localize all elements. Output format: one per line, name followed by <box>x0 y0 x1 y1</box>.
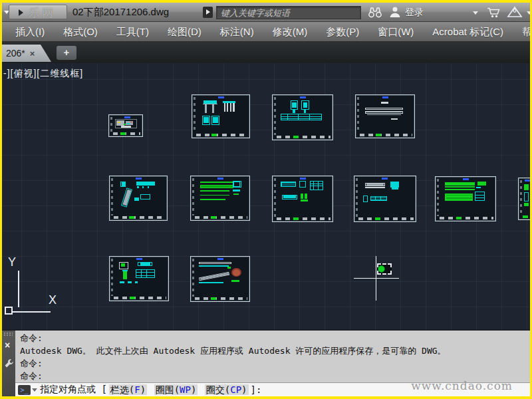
menu-item-3[interactable]: 绘图(D) <box>158 22 211 42</box>
site-watermark: www.cndao.com <box>411 379 513 392</box>
sheet-tgreen <box>523 215 528 218</box>
signin-dropdown-icon[interactable] <box>473 11 478 15</box>
prompt-options: 栏选(F) 圈围(WP) 圈交(CP) <box>107 384 251 396</box>
sheet-tgreen <box>211 297 216 300</box>
sheet-bind-strip <box>520 180 522 215</box>
menu-item-1[interactable]: 格式(O) <box>54 22 107 42</box>
drawing-sheet-detail-a[interactable] <box>272 176 333 222</box>
file-tab-label: 206* <box>6 48 25 59</box>
sheet-tstrip <box>196 134 247 136</box>
sheet-tgreen <box>456 217 462 219</box>
drag-grip-icon[interactable] <box>4 332 13 336</box>
command-history-line-0: 命令: <box>20 332 530 344</box>
sheet-bind-strip <box>274 97 276 135</box>
menu-item-0[interactable]: 插入(I) <box>6 22 54 42</box>
command-history-line-1: Autodesk DWG。 此文件上次由 Autodesk 应用程序或 Auto… <box>20 344 530 357</box>
file-tab-active[interactable]: 206* × <box>2 45 51 62</box>
new-tab-button[interactable]: + <box>57 46 76 60</box>
sheet-bind-strip <box>111 259 113 296</box>
menu-item-8[interactable]: Acrobat 标记(C) <box>423 22 513 42</box>
ucs-origin-box <box>5 307 13 315</box>
sheet-tstrip <box>114 297 166 299</box>
menu-bar: 插入(I)格式(O)工具(T)绘图(D)标注(N)修改(M)参数(P)窗口(W)… <box>2 22 530 42</box>
drawing-sheet-green-tables[interactable] <box>435 176 496 221</box>
sheet-bind-strip <box>111 178 113 215</box>
a360-dropdown-icon[interactable] <box>527 11 532 15</box>
sheet-linework <box>523 181 529 214</box>
sheet-tstrip <box>277 136 331 138</box>
sheet-linework <box>358 179 414 216</box>
autocad-window: 乐网 02下部20171206.dwg 登录 插入(I)格式(O)工具(T)绘图… <box>0 0 532 399</box>
prompt-option-F[interactable]: 栏选(F) <box>109 384 147 395</box>
sheet-tstrip <box>195 297 247 300</box>
title-bar: 乐网 02下部20171206.dwg 登录 <box>2 3 530 22</box>
sheet-tgreen <box>375 217 380 220</box>
autodesk-360-icon[interactable] <box>506 5 523 19</box>
ucs-y-label: Y <box>8 255 16 269</box>
sheet-tgreen <box>293 217 299 220</box>
sheet-tgreen <box>376 134 381 136</box>
drawing-sheet-pier-elevation[interactable] <box>192 94 250 138</box>
drawing-sheet-partial-right[interactable] <box>518 178 530 220</box>
sheet-linework <box>114 259 166 295</box>
tab-close-icon[interactable]: × <box>30 49 35 58</box>
play-icon <box>19 9 23 16</box>
sheet-tgreen <box>293 136 299 138</box>
sheet-tstrip <box>114 216 165 219</box>
sheet-tstrip <box>113 132 140 135</box>
recent-commands-dropdown-icon[interactable] <box>32 388 37 392</box>
prompt-suffix: ]: <box>251 384 262 395</box>
titlebar-watermark: 乐网 <box>29 5 55 21</box>
help-search-input[interactable] <box>216 6 361 19</box>
sign-in-label[interactable]: 登录 <box>405 7 424 19</box>
ucs-x-label: X <box>49 293 57 307</box>
sheet-bind-strip <box>437 179 439 216</box>
prompt-option-CP[interactable]: 圈交(CP) <box>205 384 249 395</box>
sheet-linework <box>360 98 412 132</box>
command-history[interactable]: 命令:Autodesk DWG。 此文件上次由 Autodesk 应用程序或 A… <box>15 331 530 382</box>
sheet-tstrip <box>440 217 493 219</box>
ucs-y-axis <box>18 271 19 307</box>
close-icon[interactable]: × <box>5 340 10 350</box>
binoculars-search-icon[interactable] <box>367 6 383 19</box>
menu-item-9[interactable]: 帮助(H) <box>513 22 530 42</box>
crosshair-horizontal <box>354 278 399 279</box>
prompt-prefix: 指定对角点或 [ <box>40 384 107 396</box>
model-space-canvas[interactable]: -][俯视][二维线框] Y X <box>2 63 530 330</box>
drawing-sheet-beam-elevation[interactable] <box>355 94 415 138</box>
wrench-icon[interactable] <box>4 358 14 368</box>
drawing-sheet-detail-c[interactable] <box>109 256 169 301</box>
sheet-linework <box>195 259 247 296</box>
prompt-option-WP[interactable]: 圈围(WP) <box>154 384 198 395</box>
command-prompt-icon[interactable]: >_ <box>18 385 31 395</box>
sheet-linework <box>196 98 247 132</box>
ucs-x-axis <box>12 311 51 313</box>
drawing-sheet-pier-table[interactable] <box>272 94 333 140</box>
search-go-button[interactable] <box>203 7 213 18</box>
sheet-linework <box>440 180 493 215</box>
drawing-sheet-detail-b[interactable] <box>354 176 416 222</box>
sheet-tgreen <box>130 297 135 299</box>
sheet-linework <box>195 179 247 215</box>
sheet-linework <box>277 98 331 134</box>
sheet-tstrip <box>358 217 414 220</box>
sheet-bind-strip <box>110 117 112 132</box>
drawing-sheet-ramp-detail[interactable] <box>109 176 168 221</box>
menu-item-2[interactable]: 工具(T) <box>107 22 158 42</box>
drawing-sheet-rebar-green[interactable] <box>190 176 250 221</box>
sheet-tgreen <box>129 216 134 219</box>
file-tab-bar: 206* × + <box>2 42 530 63</box>
menu-item-7[interactable]: 窗口(W) <box>368 22 423 42</box>
menu-item-6[interactable]: 参数(P) <box>317 22 368 42</box>
sheet-bind-strip <box>356 178 358 217</box>
viewport-controls-label[interactable]: -][俯视][二维线框] <box>3 68 83 80</box>
menu-item-5[interactable]: 修改(M) <box>263 22 317 42</box>
drawing-sheet-slope-red-circle[interactable] <box>190 256 250 302</box>
sheet-tstrip <box>277 217 331 220</box>
menu-item-4[interactable]: 标注(N) <box>211 22 263 42</box>
user-icon[interactable] <box>388 5 402 19</box>
cart-icon[interactable] <box>486 6 502 19</box>
sheet-bind-strip <box>192 259 194 297</box>
window-title-filename: 02下部20171206.dwg <box>72 6 169 19</box>
drawing-sheet-plan-small[interactable] <box>108 114 143 137</box>
